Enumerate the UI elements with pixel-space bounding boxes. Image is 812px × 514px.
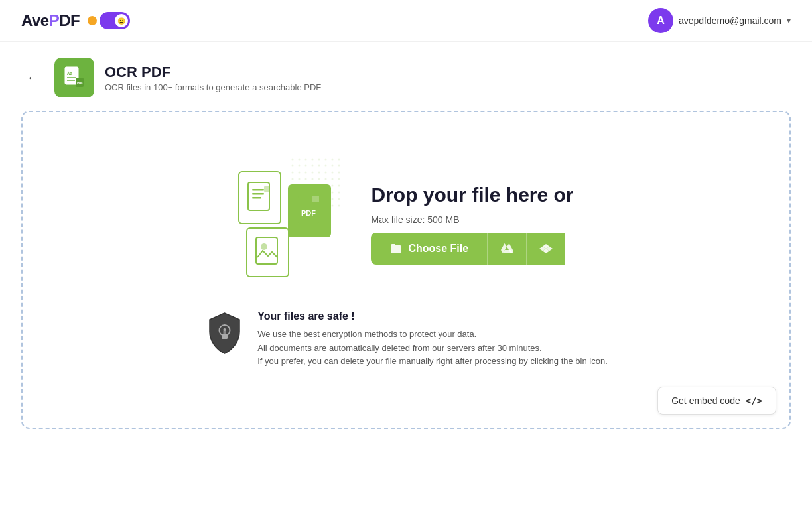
toggle-indicator-dot: [88, 16, 97, 25]
google-drive-icon: [500, 242, 514, 255]
embed-label: Get embed code: [671, 395, 740, 406]
google-drive-button[interactable]: [487, 233, 526, 265]
drop-text-area: Drop your file here or Max file size: 50…: [371, 184, 573, 265]
toggle-knob: 😐: [115, 14, 128, 27]
upload-buttons: Choose File: [371, 233, 573, 265]
svg-point-18: [261, 243, 267, 250]
file-icons-illustration: PDF: [238, 171, 331, 277]
embed-code-button[interactable]: Get embed code </>: [657, 387, 776, 415]
tool-info: OCR PDF OCR files in 100+ formats to gen…: [105, 64, 321, 92]
security-line1: We use the best encryption methods to pr…: [257, 329, 476, 339]
user-email: avepdfdemo@gmail.com: [679, 15, 781, 26]
svg-rect-10: [252, 189, 264, 191]
tool-icon: Aa PDF: [54, 58, 94, 97]
svg-rect-16: [312, 196, 319, 202]
max-size-text: Max file size: 500 MB: [371, 214, 573, 225]
back-button[interactable]: ←: [21, 68, 44, 88]
embed-code-icon: </>: [746, 395, 762, 406]
svg-text:PDF: PDF: [301, 209, 316, 217]
drop-zone-main: PDF Drop your file here or Max file size…: [238, 171, 573, 277]
toggle-emoji: 😐: [117, 17, 125, 25]
svg-text:PDF: PDF: [77, 81, 83, 85]
header-left: AvePDF 😐: [21, 11, 130, 30]
file-icon-pdf: PDF: [288, 184, 331, 237]
dropbox-button[interactable]: [526, 233, 565, 265]
security-title: Your files are safe !: [257, 310, 608, 322]
tool-header: ← Aa PDF OCR PDF OCR files in 100+ forma…: [21, 58, 791, 97]
svg-text:Aa: Aa: [67, 71, 72, 76]
folder-icon: [389, 243, 403, 255]
file-icon-img: [246, 227, 289, 277]
shield-icon-wrap: [204, 310, 244, 357]
security-line3: If you prefer, you can delete your file …: [257, 356, 608, 366]
avatar: A: [648, 8, 673, 33]
choose-file-button[interactable]: Choose File: [371, 233, 487, 265]
file-icon-doc: [238, 171, 281, 224]
svg-point-22: [223, 328, 226, 331]
svg-rect-11: [252, 193, 264, 195]
user-menu[interactable]: A avepdfdemo@gmail.com ▾: [648, 8, 791, 33]
dropbox-icon: [539, 242, 553, 255]
logo: AvePDF: [21, 11, 80, 30]
page-content: ← Aa PDF OCR PDF OCR files in 100+ forma…: [0, 42, 812, 445]
security-line2: All documents are automatically deleted …: [257, 343, 541, 353]
svg-rect-17: [256, 237, 277, 264]
svg-rect-12: [252, 197, 261, 199]
svg-rect-20: [222, 334, 228, 339]
toggle-area: 😐: [88, 12, 130, 29]
security-text: Your files are safe ! We use the best en…: [257, 310, 608, 369]
theme-toggle[interactable]: 😐: [100, 12, 130, 29]
tool-title: OCR PDF: [105, 64, 321, 81]
security-section: Your files are safe ! We use the best en…: [204, 310, 608, 369]
drop-zone[interactable]: PDF Drop your file here or Max file size…: [21, 111, 791, 429]
ocr-pdf-icon: Aa PDF: [62, 66, 86, 90]
header: AvePDF 😐 A avepdfdemo@gmail.com ▾: [0, 0, 812, 42]
drop-title: Drop your file here or: [371, 184, 573, 206]
tool-description: OCR files in 100+ formats to generate a …: [105, 82, 321, 92]
shield-icon: [206, 312, 243, 355]
chevron-down-icon: ▾: [787, 16, 791, 25]
svg-rect-13: [264, 186, 269, 192]
